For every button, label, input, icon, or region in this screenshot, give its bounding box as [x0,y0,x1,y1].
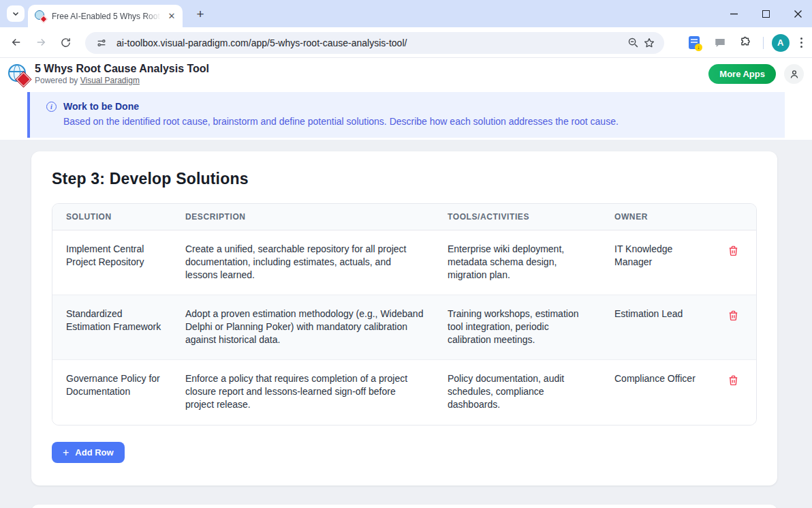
extensions-area: ↓ A [685,27,805,58]
cell-solution[interactable]: Standardized Estimation Framework [52,295,172,359]
chevron-down-icon [12,10,20,18]
banner-description: Based on the identified root cause, brai… [63,116,785,127]
address-bar[interactable]: ai-toolbox.visual-paradigm.com/app/5-why… [85,32,664,54]
back-arrow-icon [10,36,22,48]
step-3-card: Step 3: Develop Solutions SOLUTION DESCR… [31,151,777,485]
delete-row-button[interactable] [727,374,739,387]
table-row: Governance Policy for Documentation Enfo… [52,360,756,425]
banner-title: Work to be Done [63,101,139,112]
window-close-button[interactable] [793,9,802,18]
tab-close-icon[interactable]: ✕ [166,11,177,22]
work-to-be-done-banner: i Work to be Done Based on the identifie… [27,92,785,138]
minimize-icon [730,10,738,18]
cell-owner[interactable]: Compliance Officer [601,360,710,425]
browser-tab-strip: Free AI-Enabled 5 Whys Root C ✕ + [0,0,812,27]
powered-by: Powered by Visual Paradigm [35,76,209,85]
info-icon: i [46,102,57,112]
solutions-table: SOLUTION DESCRIPTION TOOLS/ACTIVITIES OW… [52,203,757,425]
powered-by-text: Powered by [35,76,78,85]
profile-avatar[interactable]: A [772,34,790,52]
cell-solution[interactable]: Implement Central Project Repository [52,230,172,295]
cell-description[interactable]: Adopt a proven estimation methodology (e… [172,295,434,359]
cell-tools[interactable]: Policy documentation, audit schedules, c… [434,360,601,425]
column-header-owner: OWNER [601,204,710,230]
feedback-extension-icon[interactable] [711,34,729,52]
forward-arrow-icon [35,36,47,48]
cell-description[interactable]: Enforce a policy that requires completio… [172,360,434,425]
back-button[interactable] [7,33,26,52]
trash-icon [728,245,739,256]
cell-solution[interactable]: Governance Policy for Documentation [52,360,172,425]
tab-title: Free AI-Enabled 5 Whys Root C [52,12,161,21]
cell-owner[interactable]: Estimation Lead [601,295,710,359]
delete-row-button[interactable] [727,310,739,322]
main-content: Step 3: Develop Solutions SOLUTION DESCR… [0,140,812,508]
column-header-tools: TOOLS/ACTIVITIES [434,204,601,230]
app-title: 5 Whys Root Cause Analysis Tool [35,63,209,75]
app-header: 5 Whys Root Cause Analysis Tool Powered … [0,58,812,90]
column-header-actions [710,204,756,230]
app-title-block: 5 Whys Root Cause Analysis Tool Powered … [35,63,209,85]
site-settings-icon[interactable] [93,35,110,51]
banner-section: i Work to be Done Based on the identifie… [0,90,812,140]
browser-menu-button[interactable] [798,35,805,50]
maximize-icon [762,10,770,18]
reload-button[interactable] [56,33,75,52]
cell-tools[interactable]: Training workshops, estimation tool inte… [434,295,601,359]
extensions-puzzle-icon[interactable] [737,34,755,52]
table-header-row: SOLUTION DESCRIPTION TOOLS/ACTIVITIES OW… [52,204,756,230]
person-icon [789,69,800,80]
new-tab-button[interactable]: + [192,6,208,23]
column-header-solution: SOLUTION [52,204,172,230]
reader-extension-icon[interactable]: ↓ [685,34,703,52]
app-logo-icon [8,63,29,85]
window-minimize-button[interactable] [729,9,738,18]
trash-icon [728,310,739,321]
trash-icon [728,374,739,386]
table-row: Implement Central Project Repository Cre… [52,230,756,295]
url-text[interactable]: ai-toolbox.visual-paradigm.com/app/5-why… [116,38,625,48]
tab-search-button[interactable] [7,5,25,22]
cell-description[interactable]: Create a unified, searchable repository … [172,230,434,295]
user-account-button[interactable] [784,64,804,84]
plus-icon: + [63,447,69,459]
toolbar-separator [763,37,764,49]
table-row: Standardized Estimation Framework Adopt … [52,295,756,360]
cell-tools[interactable]: Enterprise wiki deployment, metadata sch… [434,230,601,295]
browser-toolbar: ai-toolbox.visual-paradigm.com/app/5-why… [0,27,812,58]
cell-owner[interactable]: IT Knowledge Manager [601,230,710,295]
reload-icon [60,37,72,48]
page-title: Step 3: Develop Solutions [52,170,757,188]
browser-tab[interactable]: Free AI-Enabled 5 Whys Root C ✕ [28,5,183,27]
close-icon [794,10,802,18]
site-favicon-icon [35,10,46,22]
visual-paradigm-link[interactable]: Visual Paradigm [80,76,140,85]
column-header-description: DESCRIPTION [172,204,434,230]
header-actions: More Apps [708,64,804,84]
bookmark-star-icon[interactable] [641,35,657,51]
delete-row-button[interactable] [727,245,739,257]
add-row-label: Add Row [75,447,113,458]
zoom-level-icon[interactable] [625,35,641,51]
next-section-card [31,505,777,508]
more-apps-button[interactable]: More Apps [708,64,776,84]
forward-button[interactable] [31,33,50,52]
add-row-button[interactable]: + Add Row [52,442,125,463]
window-controls [729,0,802,27]
window-maximize-button[interactable] [761,9,770,18]
